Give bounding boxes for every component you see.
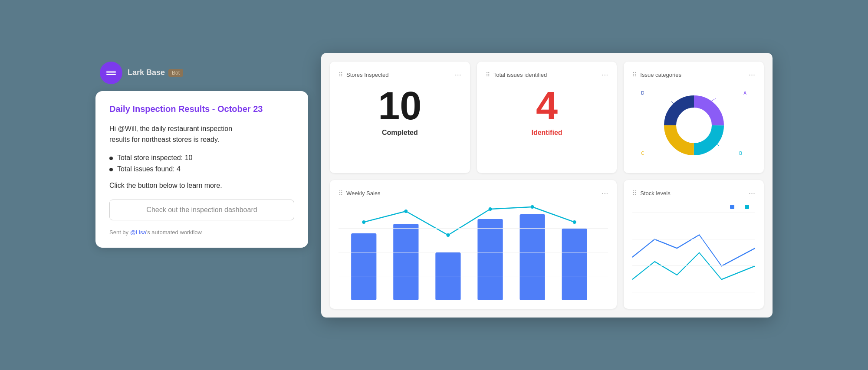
stores-label: Stores Inspected [346, 72, 389, 78]
sent-by-suffix: 's automated workflow [146, 229, 202, 236]
dashboard-button[interactable]: Check out the inspection dashboard [109, 200, 294, 220]
drag-dots-categories: ⠿ [632, 71, 637, 78]
weekly-sales-card: ⠿ Weekly Sales ··· [330, 180, 617, 309]
dashboard-panel: ⠿ Stores Inspected ··· 10 Completed ⠿ To… [321, 53, 773, 318]
svg-rect-12 [477, 219, 503, 300]
svg-rect-10 [393, 224, 418, 300]
drag-dots-sales: ⠿ [339, 190, 343, 196]
hamburger-icon [106, 71, 116, 75]
categories-menu[interactable]: ··· [749, 70, 755, 79]
bullet-item-2: Total issues found: 4 [109, 165, 294, 173]
stores-inspected-card: ⠿ Stores Inspected ··· 10 Completed [330, 62, 470, 173]
donut-label-a: A [743, 91, 746, 95]
issues-sub: Identified [486, 129, 608, 137]
drag-dots-issues: ⠿ [486, 71, 490, 78]
svg-rect-11 [435, 252, 460, 300]
stock-menu[interactable]: ··· [749, 189, 755, 198]
stores-header: ⠿ Stores Inspected ··· [339, 70, 461, 79]
issues-menu[interactable]: ··· [602, 70, 608, 79]
sent-by-prefix: Sent by [109, 229, 130, 236]
stock-label: Stock levels [640, 190, 670, 196]
donut-label-c: C [641, 151, 644, 156]
sales-chart-svg [339, 205, 608, 300]
body-line2: results for northeast stores is ready. [109, 136, 219, 143]
drag-dots-stores: ⠿ [339, 71, 343, 78]
drag-dots-stock: ⠿ [632, 190, 637, 196]
svg-point-18 [489, 207, 492, 211]
issues-value: 4 [486, 86, 608, 125]
issues-label: Total issues identified [493, 72, 547, 78]
stores-sub: Completed [339, 129, 461, 137]
donut-label-d: D [641, 91, 644, 95]
bot-badge: Bot [168, 69, 183, 77]
svg-rect-14 [562, 229, 587, 300]
main-container: Lark Base Bot Daily Inspection Results -… [95, 53, 773, 318]
click-text: Click the button below to learn more. [109, 180, 294, 191]
svg-point-19 [531, 205, 534, 209]
bullet-dot-1 [109, 157, 113, 160]
chat-header: Lark Base Bot [95, 62, 183, 84]
donut-chart [659, 91, 729, 160]
avatar [100, 62, 122, 84]
issues-header: ⠿ Total issues identified ··· [486, 70, 608, 79]
stores-value: 10 [339, 86, 461, 125]
total-issues-card: ⠿ Total issues identified ··· 4 Identifi… [477, 62, 617, 173]
message-card: Daily Inspection Results - October 23 Hi… [95, 91, 308, 248]
card-title: Daily Inspection Results - October 23 [109, 103, 294, 115]
sent-by-user[interactable]: @Lisa [130, 229, 146, 236]
stock-header: ⠿ Stock levels ··· [632, 189, 755, 198]
legend-item-2 [745, 205, 751, 209]
sent-by: Sent by @Lisa's automated workflow [109, 229, 294, 236]
issue-categories-card: ⠿ Issue categories ··· [624, 62, 764, 173]
svg-point-4 [677, 108, 711, 143]
sales-menu[interactable]: ··· [602, 189, 608, 198]
body-line1: Hi @Will, the daily restaurant inspectio… [109, 125, 232, 132]
legend-dot-2 [745, 205, 749, 209]
legend-dot-1 [730, 205, 734, 209]
bullet-text-2: Total issues found: 4 [117, 165, 181, 173]
stock-legend [632, 205, 755, 209]
header-text: Lark Base Bot [128, 68, 183, 77]
card-body: Hi @Will, the daily restaurant inspectio… [109, 123, 294, 145]
stock-chart [632, 213, 755, 293]
donut-container: A B C D [632, 86, 755, 164]
bullet-dot-2 [109, 168, 113, 171]
bullet-item-1: Total store inspected: 10 [109, 154, 294, 162]
donut-label-b: B [739, 151, 742, 156]
sales-chart [339, 205, 608, 300]
stock-levels-card: ⠿ Stock levels ··· [624, 180, 764, 309]
sales-header: ⠿ Weekly Sales ··· [339, 189, 608, 198]
sales-label: Weekly Sales [346, 190, 381, 196]
svg-point-15 [362, 220, 365, 224]
dashboard-inner: ⠿ Stores Inspected ··· 10 Completed ⠿ To… [321, 53, 773, 318]
legend-item-1 [730, 205, 736, 209]
categories-label: Issue categories [640, 72, 681, 78]
svg-point-16 [404, 210, 408, 213]
chat-panel: Lark Base Bot Daily Inspection Results -… [95, 53, 330, 257]
svg-rect-13 [519, 214, 545, 300]
stock-chart-svg [632, 213, 755, 293]
sender-name: Lark Base [128, 68, 165, 77]
svg-point-17 [447, 233, 450, 237]
svg-rect-9 [351, 233, 376, 300]
bullet-list: Total store inspected: 10 Total issues f… [109, 154, 294, 173]
categories-header: ⠿ Issue categories ··· [632, 70, 755, 79]
bullet-text-1: Total store inspected: 10 [117, 154, 192, 162]
svg-point-20 [573, 220, 576, 224]
stores-menu[interactable]: ··· [455, 70, 461, 79]
